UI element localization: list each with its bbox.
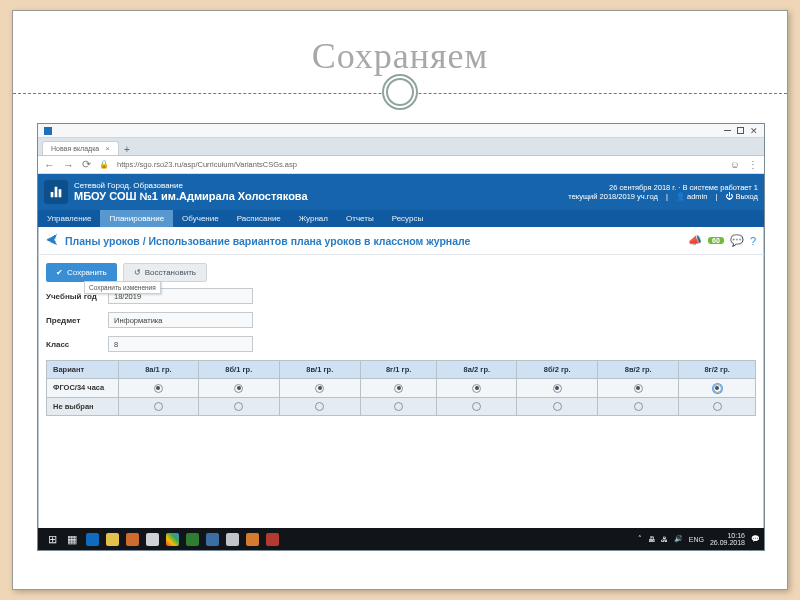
- taskbar-app[interactable]: [102, 530, 122, 548]
- nav-back-icon[interactable]: ←: [44, 159, 55, 171]
- banner-line2: МБОУ СОШ №1 им.Адмирала Холостякова: [74, 190, 308, 203]
- variants-table: Вариант 8а/1 гр. 8б/1 гр. 8в/1 гр. 8г/1 …: [46, 360, 756, 416]
- radio[interactable]: [472, 402, 481, 411]
- browser-tab[interactable]: Новая вкладка ×: [42, 141, 119, 155]
- ring-ornament: [382, 74, 418, 110]
- browser-window: ✕ Новая вкладка × + ← → ⟳ 🔒 https://sgo.…: [37, 123, 765, 551]
- col-group: 8а/2 гр.: [437, 361, 517, 379]
- taskbar-app[interactable]: [202, 530, 222, 548]
- app-logo: [44, 180, 68, 204]
- taskbar-app[interactable]: [182, 530, 202, 548]
- address-bar: ← → ⟳ 🔒 https://sgo.rso23.ru/asp/Curricu…: [38, 156, 764, 174]
- message-badge[interactable]: 60: [708, 237, 724, 244]
- maximize-button[interactable]: [737, 127, 744, 134]
- tab-strip: Новая вкладка × +: [38, 138, 764, 156]
- new-tab-button[interactable]: +: [124, 144, 130, 155]
- minimize-button[interactable]: [724, 130, 731, 132]
- table-row: ФГОС/34 часа: [47, 379, 756, 398]
- menu-item[interactable]: Отчеты: [337, 210, 383, 227]
- banner-user[interactable]: admin: [676, 192, 707, 201]
- megaphone-icon[interactable]: 📣: [688, 234, 702, 247]
- filter-form: Учебный год 18/2019 Предмет Информатика …: [38, 288, 764, 352]
- start-button[interactable]: ⊞: [42, 530, 62, 548]
- restore-button[interactable]: ↺ Восстановить: [123, 263, 207, 282]
- help-icon[interactable]: ?: [750, 235, 756, 247]
- tray-language[interactable]: ENG: [689, 536, 704, 543]
- action-center-icon[interactable]: 💬: [751, 535, 760, 543]
- col-group: 8а/1 гр.: [119, 361, 199, 379]
- tray-chevron-icon[interactable]: ˄: [638, 535, 642, 543]
- menu-item[interactable]: Журнал: [290, 210, 337, 227]
- radio[interactable]: [553, 384, 562, 393]
- radio[interactable]: [634, 402, 643, 411]
- radio[interactable]: [394, 402, 403, 411]
- url-text[interactable]: https://sgo.rso23.ru/asp/Curriculum/Vari…: [117, 160, 297, 169]
- lock-icon: 🔒: [99, 160, 109, 169]
- save-button[interactable]: ✔ Сохранить: [46, 263, 117, 282]
- menu-item[interactable]: Ресурсы: [383, 210, 433, 227]
- tray-volume-icon[interactable]: 🔊: [674, 535, 683, 543]
- back-arrow-icon[interactable]: ⮜: [46, 233, 59, 248]
- class-label: Класс: [46, 340, 108, 349]
- radio[interactable]: [154, 384, 163, 393]
- radio[interactable]: [553, 402, 562, 411]
- class-field[interactable]: 8: [108, 336, 253, 352]
- menu-item[interactable]: Управление: [38, 210, 100, 227]
- col-group: 8б/2 гр.: [517, 361, 598, 379]
- menu-item[interactable]: Планирование: [100, 210, 173, 227]
- banner-right: 26 сентября 2018 г. · В системе работает…: [562, 183, 758, 202]
- radio[interactable]: [315, 384, 324, 393]
- radio[interactable]: [634, 384, 643, 393]
- save-icon: ✔: [56, 268, 63, 277]
- window-titlebar: ✕: [38, 124, 764, 138]
- slide-title: Сохраняем: [13, 35, 787, 77]
- col-group: 8в/2 гр.: [598, 361, 679, 379]
- col-variant: Вариант: [47, 361, 119, 379]
- taskbar-app[interactable]: [82, 530, 102, 548]
- close-button[interactable]: ✕: [750, 126, 758, 136]
- radio[interactable]: [234, 402, 243, 411]
- app-banner: Сетевой Город. Образование МБОУ СОШ №1 и…: [38, 174, 764, 210]
- taskbar-app[interactable]: [142, 530, 162, 548]
- taskbar-app[interactable]: [122, 530, 142, 548]
- app-icon: [44, 127, 52, 135]
- radio[interactable]: [315, 402, 324, 411]
- menu-dots-icon[interactable]: ⋮: [748, 159, 758, 170]
- subject-field[interactable]: Информатика: [108, 312, 253, 328]
- taskbar-app[interactable]: [242, 530, 262, 548]
- tray-network-icon[interactable]: 🖧: [661, 536, 668, 543]
- tab-label: Новая вкладка: [51, 145, 99, 152]
- radio[interactable]: [713, 384, 722, 393]
- chat-icon[interactable]: 💬: [730, 234, 744, 247]
- restore-label: Восстановить: [145, 268, 196, 277]
- taskbar-app[interactable]: [222, 530, 242, 548]
- slide: Сохраняем ✕ Новая вкладка × + ← → ⟳ 🔒 ht…: [12, 10, 788, 590]
- banner-year: текущий 2018/2019 уч.год: [568, 192, 658, 201]
- tab-close-icon[interactable]: ×: [105, 144, 110, 153]
- menu-item[interactable]: Расписание: [228, 210, 290, 227]
- logout-link[interactable]: Выход: [726, 192, 758, 201]
- save-label: Сохранить: [67, 268, 107, 277]
- radio[interactable]: [472, 384, 481, 393]
- menu-item[interactable]: Обучение: [173, 210, 228, 227]
- nav-reload-icon[interactable]: ⟳: [82, 158, 91, 171]
- col-group: 8г/1 гр.: [360, 361, 437, 379]
- radio[interactable]: [234, 384, 243, 393]
- nav-forward-icon[interactable]: →: [63, 159, 74, 171]
- radio[interactable]: [394, 384, 403, 393]
- taskbar-app[interactable]: [262, 530, 282, 548]
- tray-printer-icon[interactable]: 🖶: [648, 536, 655, 543]
- radio[interactable]: [154, 402, 163, 411]
- breadcrumb-bar: ⮜ Планы уроков / Использование вариантов…: [38, 227, 764, 255]
- restore-icon: ↺: [134, 268, 141, 277]
- tray-clock[interactable]: 10:16 26.09.2018: [710, 532, 745, 546]
- taskbar-app[interactable]: [162, 530, 182, 548]
- table-row: Не выбран: [47, 397, 756, 416]
- taskview-icon[interactable]: ▦: [62, 530, 82, 548]
- profile-icon[interactable]: ☺: [730, 159, 740, 170]
- breadcrumb-text: Планы уроков / Использование вариантов п…: [65, 235, 470, 247]
- radio[interactable]: [713, 402, 722, 411]
- system-tray[interactable]: ˄ 🖶 🖧 🔊 ENG 10:16 26.09.2018 💬: [638, 532, 760, 546]
- subject-label: Предмет: [46, 316, 108, 325]
- banner-line1: Сетевой Город. Образование: [74, 181, 308, 190]
